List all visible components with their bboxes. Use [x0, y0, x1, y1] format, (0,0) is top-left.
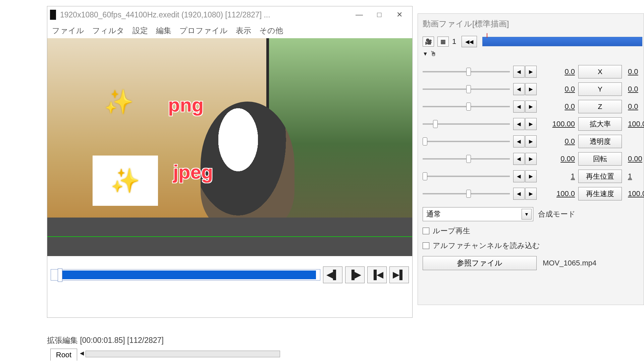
step-down-button[interactable]: ◀ — [513, 101, 525, 113]
menu-other[interactable]: その他 — [259, 25, 283, 36]
timeline-root-tab[interactable]: Root — [50, 349, 77, 361]
properties-title: 動画ファイル[標準描画] — [423, 18, 642, 29]
frame-number: 1 — [452, 37, 456, 46]
slider-track — [423, 141, 510, 142]
step-down-button[interactable]: ◀ — [513, 188, 525, 200]
reference-file-name: MOV_1065.mp4 — [543, 259, 596, 267]
step-up-button[interactable]: ▶ — [525, 135, 537, 147]
param-value-z[interactable]: 0.0 — [541, 102, 575, 111]
sparkle-icon: ✨ — [111, 169, 140, 192]
menu-filter[interactable]: フィルタ — [92, 25, 124, 36]
param-value-scale[interactable]: 100.00 — [541, 120, 575, 128]
param-label-z[interactable]: Z — [578, 100, 622, 113]
seek-thumb[interactable] — [58, 268, 62, 282]
param-slider-scale[interactable] — [423, 119, 510, 129]
step-up-button[interactable]: ▶ — [525, 101, 537, 113]
param-value2-z[interactable]: 0.0 — [625, 102, 644, 111]
param-label-playpos[interactable]: 再生位置 — [578, 170, 622, 183]
step-up-button[interactable]: ▶ — [525, 188, 537, 200]
menu-edit[interactable]: 編集 — [156, 25, 171, 36]
param-value2-rotate[interactable]: 0.00 — [625, 155, 644, 163]
maximize-button[interactable]: □ — [369, 8, 389, 21]
param-value2-scale[interactable]: 100.0 — [625, 120, 644, 128]
mouse-toggle[interactable]: ▼ 🖱 — [423, 50, 642, 58]
step-down-button[interactable]: ◀ — [513, 170, 525, 182]
reference-row: 参照ファイル MOV_1065.mp4 — [423, 256, 642, 270]
param-slider-y[interactable] — [423, 84, 510, 94]
step-up-button[interactable]: ▶ — [525, 66, 537, 78]
frame-slider-marker — [487, 33, 487, 38]
param-label-speed[interactable]: 再生速度 — [578, 187, 622, 200]
menu-profile[interactable]: プロファイル — [179, 25, 228, 36]
step-down-button[interactable]: ◀ — [513, 135, 525, 147]
step-down-button[interactable]: ◀ — [513, 153, 525, 165]
param-label-x[interactable]: X — [578, 65, 622, 78]
frame-slider[interactable] — [482, 37, 642, 46]
step-down-button[interactable]: ◀ — [513, 118, 525, 130]
param-value2-y[interactable]: 0.0 — [625, 85, 644, 94]
close-button[interactable]: ✕ — [389, 8, 410, 21]
param-slider-rotate[interactable] — [423, 154, 510, 164]
param-value-alpha[interactable]: 0.0 — [541, 137, 575, 146]
param-value-y[interactable]: 0.0 — [541, 85, 575, 94]
dropdown-icon[interactable]: ▼ — [522, 209, 532, 220]
timeline-ruler[interactable] — [86, 351, 280, 357]
slider-thumb[interactable] — [423, 172, 427, 180]
seek-slider[interactable] — [51, 269, 320, 281]
step-up-button[interactable]: ▶ — [525, 118, 537, 130]
param-slider-alpha[interactable] — [423, 137, 510, 146]
minimize-button[interactable]: — — [349, 8, 369, 21]
step-forward-button[interactable]: ▐▶ — [345, 266, 365, 283]
param-value2-speed[interactable]: 100.0 — [625, 189, 644, 198]
slider-thumb[interactable] — [423, 137, 427, 145]
param-value2-playpos[interactable]: 1 — [625, 172, 644, 181]
menu-file[interactable]: ファイル — [52, 25, 84, 36]
slider-thumb[interactable] — [466, 103, 471, 111]
camera-icon[interactable]: 🎥 — [423, 37, 434, 47]
param-value-speed[interactable]: 100.0 — [541, 189, 575, 198]
blend-mode-select[interactable]: 通常 ▼ — [423, 207, 533, 221]
param-label-y[interactable]: Y — [578, 82, 622, 96]
alpha-checkbox[interactable] — [423, 242, 429, 249]
menu-view[interactable]: 表示 — [236, 25, 251, 36]
param-label-alpha[interactable]: 透明度 — [578, 135, 622, 148]
step-back-button[interactable]: ◀▌ — [323, 266, 342, 283]
seek-fill — [60, 270, 316, 279]
properties-toolbar: 🎥 ▦ 1 ◀◀ — [423, 36, 642, 47]
param-value-rotate[interactable]: 0.00 — [541, 155, 575, 163]
slider-thumb[interactable] — [466, 85, 471, 93]
goto-start-button[interactable]: ▐◀ — [367, 266, 387, 283]
slider-thumb[interactable] — [433, 120, 438, 128]
goto-end-button[interactable]: ▶▌ — [389, 266, 409, 283]
param-row-playpos: ◀▶1再生位置1 — [423, 168, 642, 185]
loop-checkbox[interactable] — [423, 228, 429, 234]
scroll-left-icon[interactable]: ◀ — [80, 350, 84, 356]
param-label-scale[interactable]: 拡大率 — [578, 117, 622, 131]
param-slider-playpos[interactable] — [423, 172, 510, 181]
mouse-icon: 🖱 — [430, 50, 437, 58]
sparkle-icon: ✨ — [104, 90, 133, 114]
slider-thumb[interactable] — [466, 155, 471, 163]
step-up-button[interactable]: ▶ — [525, 83, 537, 95]
menu-settings[interactable]: 設定 — [132, 25, 148, 36]
reference-file-button[interactable]: 参照ファイル — [423, 256, 537, 270]
alpha-label: アルファチャンネルを読み込む — [433, 241, 540, 251]
param-slider-speed[interactable] — [423, 189, 510, 198]
param-value-x[interactable]: 0.0 — [541, 67, 575, 76]
param-row-scale: ◀▶100.00拡大率100.0 — [423, 115, 642, 133]
step-down-button[interactable]: ◀ — [513, 83, 525, 95]
slider-thumb[interactable] — [466, 68, 471, 76]
param-slider-z[interactable] — [423, 102, 510, 111]
step-up-button[interactable]: ▶ — [525, 170, 537, 182]
param-value-playpos[interactable]: 1 — [541, 172, 575, 181]
grid-icon[interactable]: ▦ — [437, 37, 449, 47]
param-label-rotate[interactable]: 回転 — [578, 152, 622, 166]
param-value2-x[interactable]: 0.0 — [625, 67, 644, 76]
frame-rewind-button[interactable]: ◀◀ — [462, 36, 477, 47]
param-slider-x[interactable] — [423, 67, 510, 76]
step-down-button[interactable]: ◀ — [513, 66, 525, 78]
slider-thumb[interactable] — [466, 190, 471, 198]
param-row-rotate: ◀▶0.00回転0.00 — [423, 150, 642, 168]
param-stepper-playpos: ◀▶ — [513, 170, 538, 182]
step-up-button[interactable]: ▶ — [525, 153, 537, 165]
